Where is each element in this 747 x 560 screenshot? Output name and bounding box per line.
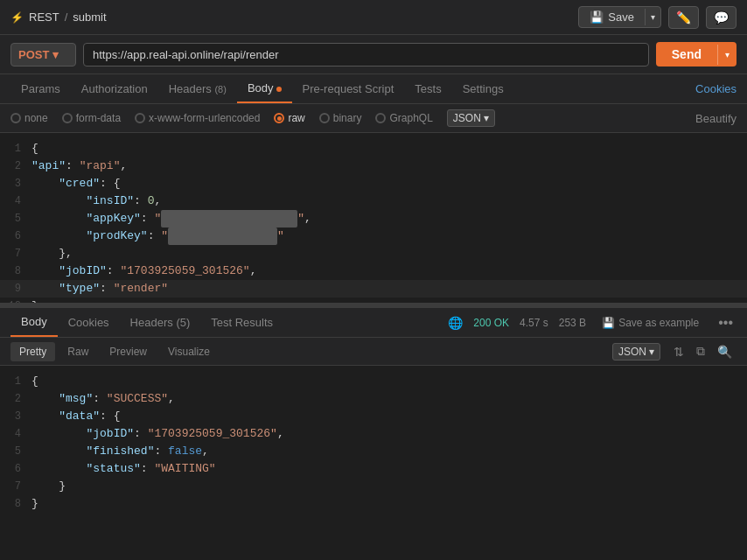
url-bar: POST ▾ Send ▾ (0, 35, 747, 74)
resp-sort-icon[interactable]: ⇅ (669, 342, 688, 361)
status-info: 🌐 200 OK 4.57 s 253 B 💾 Save as example … (448, 315, 737, 331)
radio-dot-raw (274, 113, 284, 123)
breadcrumb-sep: / (65, 10, 68, 24)
method-arrow: ▾ (52, 48, 59, 61)
resp-line-3: 3 "data": { (0, 408, 747, 425)
resp-copy-icon[interactable]: ⧉ (692, 341, 709, 361)
rest-icon: ⚡ (10, 11, 24, 24)
code-line-2: 2 "api": "rapi", (0, 158, 747, 175)
radio-dot-urlencoded (135, 113, 145, 123)
resp-search-icon[interactable]: 🔍 (713, 342, 737, 361)
status-ok-badge: 200 OK (473, 317, 509, 329)
save-example-button[interactable]: 💾 Save as example (597, 315, 704, 331)
resp-line-1: 1 { (0, 373, 747, 390)
radio-form-data[interactable]: form-data (62, 112, 121, 124)
status-time: 4.57 s (520, 317, 548, 329)
request-panel: POST ▾ Send ▾ Params Authorization Heade… (0, 35, 747, 308)
save-button[interactable]: 💾 Save (579, 7, 645, 27)
radio-none[interactable]: none (10, 112, 48, 124)
tab-tests[interactable]: Tests (404, 75, 451, 102)
save-label: Save (608, 10, 634, 24)
json-arrow-icon: ▾ (484, 112, 489, 124)
radio-dot-form-data (62, 113, 73, 123)
code-line-4: 4 "insID": 0, (0, 192, 747, 210)
code-line-3: 3 "cred": { (0, 175, 747, 192)
fmt-tab-raw[interactable]: Raw (59, 342, 97, 361)
beautify-button[interactable]: Beautify (695, 112, 737, 125)
resp-line-4: 4 "jobID": "1703925059_301526", (0, 425, 747, 443)
resp-line-7: 7 } (0, 478, 747, 495)
route-name: submit (73, 10, 106, 24)
save-disk-icon: 💾 (590, 10, 604, 24)
resp-line-6: 6 "status": "WAITING" (0, 460, 747, 478)
resp-tab-cookies[interactable]: Cookies (58, 309, 120, 336)
tab-params[interactable]: Params (10, 75, 71, 102)
save-dropdown-button[interactable]: ▾ (645, 9, 660, 25)
tab-settings[interactable]: Settings (452, 75, 514, 102)
tab-headers[interactable]: Headers (8) (158, 75, 237, 102)
code-line-8: 8 "jobID": "1703925059_301526", (0, 262, 747, 280)
code-line-1: 1 { (0, 140, 747, 158)
rest-label: REST (29, 10, 59, 24)
radio-graphql[interactable]: GraphQL (375, 112, 432, 124)
method-select[interactable]: POST ▾ (10, 43, 76, 66)
fmt-tab-preview[interactable]: Preview (101, 342, 156, 361)
main-layout: POST ▾ Send ▾ Params Authorization Heade… (0, 35, 747, 560)
toolbar-right: 💾 Save ▾ ✏️ 💬 (578, 6, 737, 29)
body-type-bar: none form-data x-www-form-urlencoded raw… (0, 104, 747, 133)
save-btn-group[interactable]: 💾 Save ▾ (578, 6, 661, 28)
radio-dot-graphql (375, 113, 386, 123)
radio-dot-none (10, 113, 21, 123)
fmt-tab-pretty[interactable]: Pretty (10, 342, 55, 361)
tab-pre-request[interactable]: Pre-request Script (292, 75, 405, 102)
save-icon: 💾 (602, 317, 615, 329)
response-section: Body Cookies Headers (5) Test Results 🌐 … (0, 308, 747, 560)
request-code-editor[interactable]: 1 { 2 "api": "rapi", 3 "cred": { 4 "insI… (0, 133, 747, 308)
top-bar: ⚡ REST / submit 💾 Save ▾ ✏️ 💬 (0, 0, 747, 35)
response-tab-bar: Body Cookies Headers (5) Test Results 🌐 … (0, 308, 747, 338)
resp-line-5: 5 "finished": false, (0, 443, 747, 460)
radio-dot-binary (319, 113, 330, 123)
comment-icon-button[interactable]: 💬 (706, 6, 737, 29)
code-line-9: 9 "type": "render" (0, 280, 747, 298)
radio-raw[interactable]: raw (274, 112, 304, 124)
code-line-10: 10 } (0, 298, 747, 308)
globe-icon: 🌐 (448, 316, 463, 330)
response-code-editor[interactable]: 1 { 2 "msg": "SUCCESS", 3 "data": { 4 "j… (0, 366, 747, 560)
resp-line-2: 2 "msg": "SUCCESS", (0, 390, 747, 408)
tab-body[interactable]: Body (237, 74, 292, 103)
url-input[interactable] (83, 43, 649, 66)
cookies-link[interactable]: Cookies (695, 82, 737, 95)
edit-icon-button[interactable]: ✏️ (668, 6, 699, 29)
radio-urlencoded[interactable]: x-www-form-urlencoded (135, 112, 260, 124)
status-size: 253 B (559, 317, 586, 329)
save-example-label: Save as example (618, 317, 699, 329)
fmt-tab-visualize[interactable]: Visualize (159, 342, 219, 361)
json-resp-badge[interactable]: JSON ▾ (612, 343, 660, 360)
request-tab-bar: Params Authorization Headers (8) Body Pr… (0, 74, 747, 104)
resp-tab-body[interactable]: Body (10, 308, 58, 337)
tab-authorization[interactable]: Authorization (71, 75, 158, 102)
radio-binary[interactable]: binary (319, 112, 362, 124)
code-line-7: 7 }, (0, 245, 747, 262)
send-btn-group: Send ▾ (656, 42, 737, 66)
response-format-bar: Pretty Raw Preview Visualize JSON ▾ ⇅ ⧉ … (0, 338, 747, 366)
method-label: POST (18, 48, 49, 61)
resp-line-8: 8 } (0, 495, 747, 513)
resp-tab-headers[interactable]: Headers (5) (120, 309, 201, 336)
code-line-6: 6 "prodKey": "████████████████" (0, 228, 747, 245)
json-resp-arrow: ▾ (649, 346, 654, 358)
breadcrumb: ⚡ REST / submit (10, 10, 107, 24)
code-line-5: 5 "appKey": "████████████████████", (0, 210, 747, 228)
resp-tab-test-results[interactable]: Test Results (200, 309, 283, 336)
send-dropdown[interactable]: ▾ (717, 45, 737, 65)
more-options-button[interactable]: ••• (715, 315, 737, 331)
json-format-badge[interactable]: JSON ▾ (447, 109, 495, 127)
send-button[interactable]: Send (656, 42, 717, 66)
